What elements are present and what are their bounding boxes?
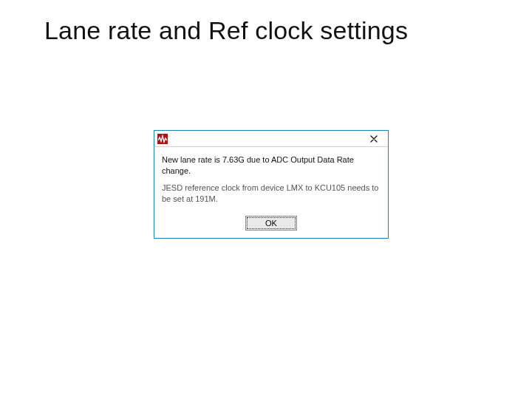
dialog-titlebar[interactable] [154, 131, 388, 147]
dialog-button-row: OK [154, 211, 388, 238]
message-dialog: New lane rate is 7.63G due to ADC Output… [154, 130, 389, 239]
app-icon [157, 134, 168, 144]
close-button[interactable] [361, 132, 386, 146]
page-title: Lane rate and Ref clock settings [44, 16, 488, 45]
slide: Lane rate and Ref clock settings New lan… [0, 0, 532, 399]
ok-button[interactable]: OK [245, 216, 297, 231]
dialog-body: New lane rate is 7.63G due to ADC Output… [154, 147, 388, 211]
close-icon [370, 135, 378, 143]
dialog-message-primary: New lane rate is 7.63G due to ADC Output… [162, 154, 381, 177]
dialog-message-secondary: JESD reference clock from device LMX to … [162, 183, 381, 205]
